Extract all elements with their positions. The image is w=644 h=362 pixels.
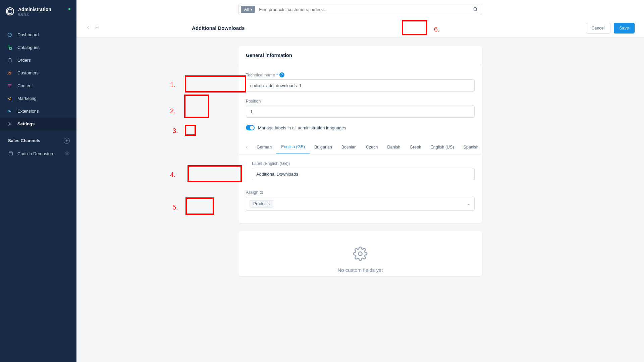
status-indicator-icon bbox=[68, 8, 70, 10]
manage-labels-toggle[interactable] bbox=[246, 125, 255, 130]
nav-item-catalogues[interactable]: Catalogues bbox=[0, 41, 76, 54]
svg-point-6 bbox=[10, 72, 11, 73]
gear-icon[interactable] bbox=[95, 25, 99, 31]
general-info-card: General information Technical name * ? P… bbox=[238, 46, 482, 223]
svg-point-10 bbox=[66, 153, 67, 154]
nav-label: Catalogues bbox=[17, 45, 40, 50]
svg-point-11 bbox=[474, 7, 477, 10]
nav-icon bbox=[7, 70, 13, 76]
nav-icon bbox=[7, 96, 13, 102]
storefront-icon bbox=[8, 151, 13, 156]
channel-label: Codixio Demostore bbox=[17, 151, 55, 156]
nav-item-content[interactable]: Content bbox=[0, 79, 76, 92]
lang-prev-icon[interactable]: ‹ bbox=[244, 142, 250, 152]
help-icon[interactable]: ? bbox=[279, 72, 284, 77]
svg-point-5 bbox=[8, 72, 9, 73]
nav-label: Settings bbox=[17, 121, 35, 126]
svg-rect-7 bbox=[8, 111, 9, 112]
nav-item-dashboard[interactable]: Dashboard bbox=[0, 28, 76, 41]
page-title: Additional Downloads bbox=[192, 25, 586, 31]
card-header: General information bbox=[238, 46, 482, 65]
lang-tab[interactable]: Czech bbox=[361, 140, 382, 154]
nav-item-customers[interactable]: Customers bbox=[0, 67, 76, 79]
lang-tab[interactable]: German bbox=[252, 140, 276, 154]
nav-icon bbox=[7, 32, 13, 38]
lang-tab[interactable]: English (US) bbox=[426, 140, 459, 154]
nav-icon bbox=[7, 57, 13, 63]
nav-label: Orders bbox=[17, 58, 31, 63]
nav-icon bbox=[7, 45, 13, 51]
lang-tab[interactable]: Spanish bbox=[459, 140, 482, 154]
nav-label: Customers bbox=[17, 70, 39, 75]
nav-item-settings[interactable]: Settings bbox=[0, 118, 76, 130]
visibility-icon[interactable] bbox=[64, 150, 70, 157]
sales-channels-header: Sales Channels bbox=[8, 138, 40, 143]
save-button[interactable]: Save bbox=[614, 23, 635, 34]
search-input[interactable] bbox=[255, 7, 470, 12]
svg-point-8 bbox=[9, 123, 10, 125]
svg-point-12 bbox=[97, 27, 98, 28]
svg-rect-4 bbox=[8, 59, 11, 62]
label-input[interactable] bbox=[252, 168, 475, 180]
nav-icon bbox=[7, 83, 13, 89]
position-label: Position bbox=[246, 99, 261, 104]
nav-item-orders[interactable]: Orders bbox=[0, 54, 76, 67]
empty-state-text: No custom fields yet bbox=[245, 267, 475, 273]
back-icon[interactable] bbox=[86, 25, 91, 31]
search-icon[interactable] bbox=[473, 7, 478, 13]
gear-icon bbox=[245, 246, 475, 262]
sidebar-header: Administration 6.6.9.0 bbox=[0, 5, 76, 22]
position-input[interactable] bbox=[246, 106, 475, 118]
sidebar: Administration 6.6.9.0 DashboardCatalogu… bbox=[0, 0, 76, 362]
nav-label: Dashboard bbox=[17, 32, 39, 37]
technical-name-label: Technical name bbox=[246, 73, 275, 77]
sidebar-version: 6.6.9.0 bbox=[18, 12, 51, 16]
lang-tab[interactable]: English (GB) bbox=[276, 140, 310, 154]
nav-label: Extensions bbox=[17, 109, 39, 114]
technical-name-input[interactable] bbox=[246, 79, 475, 92]
label-field-label: Label (English (GB)) bbox=[252, 161, 290, 166]
lang-tab[interactable]: Bosnian bbox=[337, 140, 361, 154]
lang-tab[interactable]: Bulgarian bbox=[310, 140, 337, 154]
lang-next-icon[interactable]: › bbox=[472, 142, 478, 152]
chevron-down-icon: ▾ bbox=[251, 8, 252, 11]
toggle-label: Manage labels in all administration lang… bbox=[258, 125, 346, 130]
lang-tab[interactable]: Greek bbox=[405, 140, 426, 154]
required-indicator: * bbox=[276, 73, 278, 77]
cancel-button[interactable]: Cancel bbox=[586, 23, 610, 34]
nav-label: Content bbox=[17, 83, 33, 88]
search-scope-dropdown[interactable]: All ▾ bbox=[241, 6, 255, 13]
sales-channel-item[interactable]: Codixio Demostore bbox=[8, 149, 70, 158]
chevron-down-icon: ⌄ bbox=[467, 201, 470, 206]
svg-point-1 bbox=[8, 33, 12, 37]
language-tabs: ‹ GermanEnglish (GB)BulgarianBosnianCzec… bbox=[238, 140, 482, 155]
assign-to-select[interactable]: Products ⌄ bbox=[246, 197, 475, 211]
custom-fields-empty-card: No custom fields yet bbox=[238, 231, 482, 276]
topbar: All ▾ bbox=[76, 0, 644, 19]
svg-rect-9 bbox=[9, 153, 13, 155]
sidebar-title: Administration bbox=[18, 7, 51, 12]
content-area: General information Technical name * ? P… bbox=[76, 37, 644, 362]
nav-icon bbox=[7, 121, 13, 127]
assign-to-tag: Products bbox=[250, 200, 273, 207]
add-sales-channel-button[interactable]: + bbox=[64, 138, 70, 144]
page-header-bar: Additional Downloads Cancel Save bbox=[76, 19, 644, 37]
nav-item-extensions[interactable]: Extensions bbox=[0, 105, 76, 118]
global-search[interactable]: All ▾ bbox=[238, 4, 482, 15]
search-scope-label: All bbox=[244, 7, 249, 12]
nav-label: Marketing bbox=[17, 96, 37, 101]
svg-point-13 bbox=[359, 252, 362, 256]
assign-to-label: Assign to bbox=[246, 190, 263, 195]
nav-icon bbox=[7, 108, 13, 114]
nav-item-marketing[interactable]: Marketing bbox=[0, 92, 76, 105]
app-logo-icon bbox=[6, 7, 14, 15]
lang-tab[interactable]: Danish bbox=[382, 140, 405, 154]
